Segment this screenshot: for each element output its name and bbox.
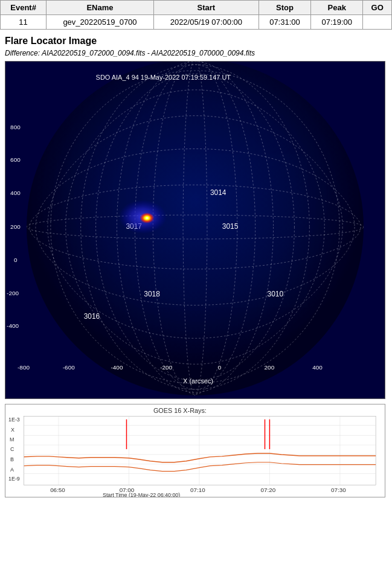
- svg-text:-400: -400: [7, 322, 19, 329]
- solar-image-container: 800 600 400 200 0 -200 -400 -800 -600 -4…: [5, 61, 385, 399]
- svg-text:07:30: 07:30: [331, 487, 346, 493]
- svg-text:1E-9: 1E-9: [8, 476, 20, 482]
- svg-text:C: C: [10, 446, 14, 452]
- svg-text:3014: 3014: [210, 188, 227, 197]
- svg-text:06:50: 06:50: [50, 487, 65, 493]
- svg-text:07:10: 07:10: [190, 487, 205, 493]
- solar-svg: 800 600 400 200 0 -200 -400 -800 -600 -4…: [5, 62, 385, 398]
- svg-text:3015: 3015: [222, 222, 239, 231]
- svg-text:B: B: [10, 456, 14, 462]
- svg-text:07:20: 07:20: [261, 487, 276, 493]
- svg-point-2: [27, 62, 364, 395]
- svg-text:Start Time (19-May-22 06:40:00: Start Time (19-May-22 06:40:00): [103, 492, 180, 497]
- goes-svg: GOES 16 X-Rays: 1E-3 X M C B A 1E-9: [5, 404, 385, 497]
- svg-text:-400: -400: [111, 364, 123, 371]
- svg-text:600: 600: [10, 156, 21, 163]
- svg-text:200: 200: [265, 364, 275, 371]
- svg-text:0: 0: [218, 364, 222, 371]
- svg-text:-600: -600: [63, 364, 75, 371]
- cell-stop: 07:31:00: [259, 15, 310, 30]
- col-event-num: Event#: [1, 1, 47, 15]
- event-table: Event# EName Start Stop Peak GO 11 gev_2…: [0, 0, 392, 30]
- svg-text:-200: -200: [7, 290, 19, 296]
- svg-text:-800: -800: [18, 364, 30, 371]
- col-peak: Peak: [311, 1, 363, 15]
- svg-text:3010: 3010: [268, 290, 284, 298]
- svg-text:3016: 3016: [84, 312, 100, 321]
- svg-text:X: X: [11, 427, 14, 433]
- cell-ename: gev_20220519_0700: [47, 15, 154, 30]
- svg-rect-47: [24, 417, 376, 485]
- col-ename: EName: [47, 1, 154, 15]
- svg-text:1E-3: 1E-3: [8, 417, 20, 423]
- svg-text:X (arcsec): X (arcsec): [183, 377, 213, 385]
- cell-event-num: 11: [1, 15, 47, 30]
- svg-text:A: A: [10, 467, 14, 473]
- diff-text: Difference: AIA20220519_072000_0094.fits…: [5, 49, 387, 57]
- svg-text:M: M: [10, 436, 14, 443]
- cell-start: 2022/05/19 07:00:00: [153, 15, 259, 30]
- svg-text:3018: 3018: [144, 290, 160, 298]
- svg-text:200: 200: [10, 223, 21, 230]
- col-go: GO: [363, 1, 392, 15]
- table-row: 11 gev_20220519_0700 2022/05/19 07:00:00…: [1, 15, 392, 30]
- svg-text:SDO AIA_4 94 19-May-2022 07:19: SDO AIA_4 94 19-May-2022 07:19:59.147 UT: [96, 74, 231, 81]
- goes-chart-container: GOES 16 X-Rays: 1E-3 X M C B A 1E-9: [5, 404, 385, 497]
- flare-section-heading: Flare Locator Image: [5, 36, 387, 46]
- cell-peak: 07:19:00: [311, 15, 363, 30]
- svg-text:400: 400: [10, 190, 21, 196]
- col-start: Start: [153, 1, 259, 15]
- svg-text:800: 800: [10, 124, 21, 130]
- col-stop: Stop: [259, 1, 310, 15]
- svg-text:-200: -200: [160, 364, 172, 371]
- cell-go: [363, 15, 392, 30]
- svg-text:0: 0: [14, 257, 18, 263]
- goes-title: GOES 16 X-Rays:: [153, 407, 207, 414]
- svg-text:400: 400: [312, 364, 323, 371]
- svg-point-38: [140, 213, 154, 223]
